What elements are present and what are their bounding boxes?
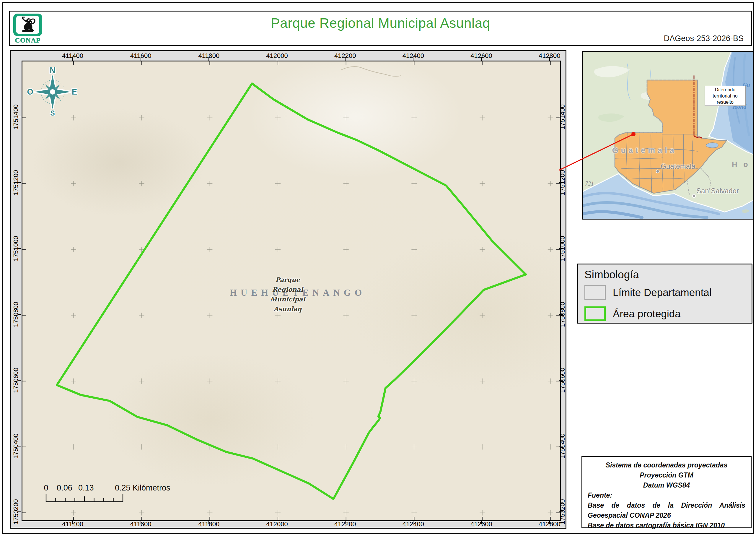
- map-canvas: 00.060.130.25 Kilómetros: [21, 61, 561, 521]
- page-title: Parque Regional Municipal Asunlaq: [10, 15, 751, 31]
- axis-tick: [208, 520, 209, 524]
- note-line: resuelto: [705, 99, 745, 105]
- inset-city-dot: [693, 194, 696, 198]
- park-name-line: Municipal: [270, 294, 305, 304]
- axis-tick: [559, 380, 563, 381]
- scale-bar: 00.060.130.25 Kilómetros: [44, 484, 170, 502]
- axis-tick: [18, 314, 21, 315]
- scale-end-label: 0.25 Kilómetros: [115, 484, 171, 492]
- projection-line: Proyección GTM: [588, 470, 745, 480]
- inset-country-label: Guatemala: [612, 146, 677, 155]
- axis-tick: [559, 248, 563, 249]
- compass-east-label: E: [72, 87, 77, 96]
- compass-rose: N S O E: [26, 67, 79, 118]
- axis-tick: [559, 512, 563, 512]
- axis-tick: [481, 57, 482, 61]
- info-box: Sistema de coordenadas proyectadasProyec…: [582, 456, 752, 528]
- source-lines: Base de datos de la Dirección Análisis G…: [588, 500, 745, 530]
- axis-tick: [18, 182, 21, 183]
- note-line: territorial no: [705, 93, 745, 99]
- source-label: Fuente:: [588, 490, 745, 500]
- inset-city-label: San Salvador: [696, 187, 739, 195]
- note-line: Diferendo: [705, 86, 745, 93]
- legend-title: Simbología: [584, 269, 639, 281]
- axis-tick: [18, 248, 21, 249]
- source-line: Base de datos de la Dirección Análisis G…: [588, 500, 745, 520]
- inset-capital-label: Guatemala: [661, 162, 695, 171]
- compass-north-label: N: [49, 67, 55, 75]
- axis-tick: [549, 57, 550, 61]
- axis-tick: [345, 520, 346, 524]
- projection-line: Datum WGS84: [588, 480, 745, 490]
- axis-tick: [481, 520, 482, 524]
- park-name-line: Asunlaq: [270, 304, 305, 314]
- axis-tick: [277, 57, 277, 61]
- legend-swatch: [584, 285, 606, 300]
- grid-crosses: [71, 115, 553, 516]
- park-name-line: Regional: [270, 285, 305, 294]
- park-name-label: ParqueRegionalMunicipalAsunlaq: [270, 275, 305, 314]
- contour-line: [341, 66, 401, 76]
- scale-label: 0.13: [78, 484, 94, 492]
- legend-item: Área protegida: [584, 306, 681, 321]
- axis-tick: [559, 182, 563, 183]
- axis-tick: [18, 512, 21, 512]
- axis-tick: [549, 520, 550, 524]
- inset-honduras-label: H o: [732, 160, 750, 169]
- axis-tick: [72, 520, 73, 524]
- compass-west-label: O: [27, 87, 33, 96]
- legend-swatch: [584, 306, 606, 321]
- axis-tick: [345, 57, 346, 61]
- axis-tick: [141, 57, 141, 61]
- projection-info: Sistema de coordenadas proyectadasProyec…: [588, 460, 745, 490]
- map-sheet: CONAP Parque Regional Municipal Asunlaq …: [0, 0, 756, 536]
- axis-tick: [141, 520, 141, 524]
- axis-tick: [559, 446, 563, 447]
- axis-tick: [18, 446, 21, 447]
- inset-map: Guatemala Guatemala San Salvador Gu Hond…: [582, 51, 754, 219]
- scale-label: 0: [44, 484, 48, 492]
- document-id: DAGeos-253-2026-BS: [664, 34, 743, 43]
- axis-tick: [18, 117, 21, 117]
- header: CONAP Parque Regional Municipal Asunlaq …: [9, 11, 752, 46]
- conap-logo-label: CONAP: [13, 37, 42, 44]
- scale-label: 0.06: [57, 484, 72, 492]
- map-frame: 00.060.130.25 Kilómetros: [10, 50, 566, 529]
- source-line: Base de datos cartografía básica IGN 201…: [588, 520, 745, 530]
- legend: Simbología Límite DepartamentalÁrea prot…: [577, 264, 752, 323]
- axis-tick: [277, 520, 277, 524]
- axis-tick: [413, 57, 413, 61]
- inset-depth-label: 721: [585, 180, 594, 187]
- legend-label: Límite Departamental: [613, 286, 712, 298]
- legend-item: Límite Departamental: [584, 285, 712, 300]
- axis-tick: [208, 57, 209, 61]
- axis-tick: [559, 314, 563, 315]
- axis-tick: [559, 117, 563, 117]
- axis-tick: [413, 520, 413, 524]
- axis-tick: [18, 380, 21, 381]
- legend-label: Área protegida: [613, 308, 681, 320]
- park-name-line: Parque: [270, 275, 305, 285]
- inset-city-dot: [656, 170, 659, 173]
- territorial-dispute-note: Diferendo territorial no resuelto: [705, 86, 746, 106]
- axis-tick: [72, 57, 73, 61]
- compass-south-label: S: [50, 109, 55, 117]
- projection-line: Sistema de coordenadas proyectadas: [588, 460, 745, 470]
